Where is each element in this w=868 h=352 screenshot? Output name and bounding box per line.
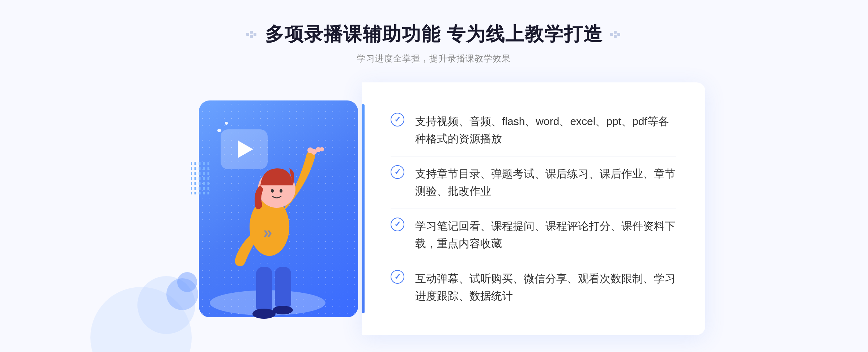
feature-text-4: 互动弹幕、试听购买、微信分享、观看次数限制、学习进度跟踪、数据统计 — [415, 270, 676, 305]
svg-rect-1 — [250, 31, 253, 34]
page-container: 多项录播课辅助功能 专为线上教学打造 学习进度全掌握，提升录播课教学效果 » — [0, 0, 868, 352]
feature-item-1: ✓ 支持视频、音频、flash、word、excel、ppt、pdf等各种格式的… — [391, 104, 676, 156]
feature-text-1: 支持视频、音频、flash、word、excel、ppt、pdf等各种格式的资源… — [415, 113, 676, 147]
check-icon-1: ✓ — [391, 113, 404, 126]
svg-rect-0 — [246, 33, 249, 36]
title-deco-right — [610, 31, 622, 38]
svg-point-20 — [273, 306, 293, 314]
header-subtitle: 学习进度全掌握，提升录播课教学效果 — [246, 53, 622, 64]
features-panel: ✓ 支持视频、音频、flash、word、excel、ppt、pdf等各种格式的… — [362, 82, 705, 335]
title-deco-left — [246, 31, 258, 38]
svg-point-27 — [307, 147, 313, 153]
illustration-container — [163, 86, 373, 332]
sparkle-dots — [216, 120, 231, 134]
svg-rect-6 — [617, 33, 620, 36]
header-title-row: 多项录播课辅助功能 专为线上教学打造 — [246, 22, 622, 47]
left-chevron-icon: » — [263, 223, 272, 241]
svg-point-22 — [271, 189, 274, 193]
feature-item-3: ✓ 学习笔记回看、课程提问、课程评论打分、课件资料下载，重点内容收藏 — [391, 209, 676, 261]
content-area: » — [145, 82, 723, 335]
svg-rect-4 — [610, 33, 613, 36]
feature-item-2: ✓ 支持章节目录、弹题考试、课后练习、课后作业、章节测验、批改作业 — [391, 156, 676, 209]
svg-rect-7 — [614, 35, 617, 38]
svg-rect-17 — [256, 267, 272, 314]
svg-point-23 — [280, 189, 282, 193]
svg-rect-18 — [275, 267, 291, 310]
svg-rect-2 — [254, 33, 256, 36]
svg-point-8 — [217, 129, 221, 132]
check-icon-3: ✓ — [391, 218, 404, 231]
svg-rect-3 — [250, 35, 253, 38]
svg-rect-5 — [614, 31, 617, 34]
feature-text-2: 支持章节目录、弹题考试、课后练习、课后作业、章节测验、批改作业 — [415, 165, 676, 200]
svg-point-9 — [225, 122, 228, 125]
main-title: 多项录播课辅助功能 专为线上教学打造 — [265, 22, 603, 47]
header-section: 多项录播课辅助功能 专为线上教学打造 学习进度全掌握，提升录播课教学效果 — [246, 22, 622, 64]
feature-text-3: 学习笔记回看、课程提问、课程评论打分、课件资料下载，重点内容收藏 — [415, 218, 676, 252]
feature-item-4: ✓ 互动弹幕、试听购买、微信分享、观看次数限制、学习进度跟踪、数据统计 — [391, 261, 676, 313]
check-icon-2: ✓ — [391, 165, 404, 179]
svg-point-19 — [252, 309, 276, 319]
svg-point-26 — [320, 147, 324, 151]
check-icon-4: ✓ — [391, 270, 404, 284]
stripes-decoration — [191, 162, 211, 196]
